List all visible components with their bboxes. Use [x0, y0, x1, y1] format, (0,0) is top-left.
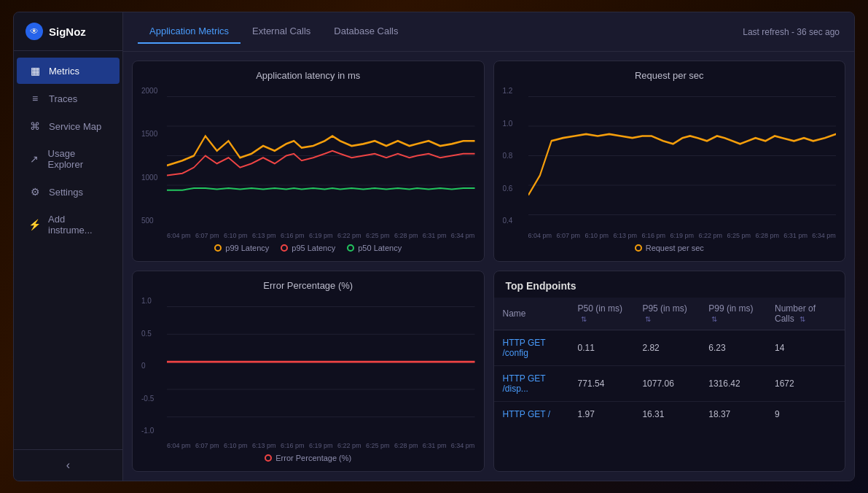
endpoint-calls-1: 1672 — [766, 366, 845, 402]
add-instrument-icon: ⚡ — [28, 219, 41, 230]
table-row: HTTP GET /config 0.11 2.82 6.23 14 — [494, 330, 845, 366]
table-row: HTTP GET /disp... 771.54 1077.06 1316.42… — [494, 366, 845, 402]
latency-chart-card: Application latency in ms 2000 1500 1000… — [132, 61, 485, 262]
request-chart-card: Request per sec 1.2 1.0 0.8 0.6 0.4 — [493, 61, 846, 262]
sidebar-item-add-instrument[interactable]: ⚡ Add instrume... — [17, 206, 120, 243]
sort-icon-p99[interactable]: ⇅ — [711, 315, 717, 323]
endpoints-table: Name P50 (in ms) ⇅ P95 (in ms) ⇅ — [494, 298, 845, 427]
app-container: 👁 SigNoz ▦ Metrics ≡ Traces ⌘ Service Ma… — [13, 12, 855, 481]
request-chart-legend: Request per sec — [503, 244, 837, 252]
main-content: Application Metrics External Calls Datab… — [123, 12, 854, 481]
endpoint-p99-2: 18.37 — [700, 402, 766, 427]
request-y-labels: 1.2 1.0 0.8 0.6 0.4 — [503, 87, 528, 225]
dashboard: Application latency in ms 2000 1500 1000… — [123, 52, 854, 481]
legend-dot-p99 — [214, 244, 222, 252]
legend-p95: p95 Latency — [281, 244, 335, 252]
error-x-labels: 6:04 pm 6:07 pm 6:10 pm 6:13 pm 6:16 pm … — [167, 442, 475, 449]
sidebar-bottom: ‹ — [14, 449, 122, 481]
sidebar-item-usage-explorer[interactable]: ↗ Usage Explorer — [17, 141, 120, 177]
sidebar-logo: 👁 SigNoz — [14, 12, 122, 51]
legend-p99: p99 Latency — [214, 244, 269, 252]
latency-y-labels: 2000 1500 1000 500 — [141, 87, 167, 225]
endpoints-thead: Name P50 (in ms) ⇅ P95 (in ms) ⇅ — [494, 298, 845, 330]
legend-p50: p50 Latency — [347, 244, 402, 252]
endpoint-calls-2: 9 — [766, 402, 845, 427]
endpoint-p50-2: 1.97 — [569, 402, 634, 427]
top-header: Application Metrics External Calls Datab… — [123, 12, 854, 52]
sidebar-nav: ▦ Metrics ≡ Traces ⌘ Service Map ↗ Usage… — [14, 51, 122, 449]
sort-icon-p95[interactable]: ⇅ — [645, 315, 651, 323]
tabs: Application Metrics External Calls Datab… — [138, 20, 410, 44]
request-chart-title: Request per sec — [503, 70, 837, 81]
sidebar-item-service-map[interactable]: ⌘ Service Map — [17, 113, 120, 139]
latency-chart-area: 2000 1500 1000 500 — [141, 87, 475, 239]
sidebar-item-label-add-instrument: Add instrume... — [48, 214, 108, 236]
legend-dot-p50 — [347, 244, 354, 252]
endpoint-name-2: HTTP GET / — [494, 402, 569, 427]
endpoint-p99-0: 6.23 — [700, 330, 766, 366]
endpoint-p95-2: 16.31 — [633, 402, 700, 427]
error-y-labels: 1.0 0.5 0 -0.5 -1.0 — [141, 297, 167, 435]
error-svg-chart — [167, 297, 475, 435]
table-row: HTTP GET / 1.97 16.31 18.37 9 — [494, 402, 845, 427]
metrics-icon: ▦ — [28, 65, 42, 77]
endpoint-p50-0: 0.11 — [569, 330, 634, 366]
sidebar-item-metrics[interactable]: ▦ Metrics — [17, 58, 120, 84]
sidebar-item-settings[interactable]: ⚙ Settings — [17, 179, 120, 205]
col-name: Name — [494, 298, 569, 330]
sidebar-item-label-service-map: Service Map — [49, 121, 101, 132]
col-p99: P99 (in ms) ⇅ — [700, 298, 766, 330]
legend-dot-error — [265, 454, 272, 462]
request-chart-area: 1.2 1.0 0.8 0.6 0.4 — [503, 87, 837, 239]
error-chart-card: Error Percentage (%) 1.0 0.5 0 -0.5 -1.0 — [132, 271, 485, 472]
logo-icon: 👁 — [26, 23, 43, 40]
collapse-button[interactable]: ‹ — [26, 459, 111, 472]
error-chart-title: Error Percentage (%) — [141, 280, 475, 291]
tab-database-calls[interactable]: Database Calls — [322, 20, 410, 44]
legend-dot-request — [635, 244, 642, 252]
col-p95: P95 (in ms) ⇅ — [633, 298, 700, 330]
sidebar-item-label-metrics: Metrics — [49, 66, 79, 77]
latency-x-labels: 6:04 pm 6:07 pm 6:10 pm 6:13 pm 6:16 pm … — [167, 232, 475, 239]
sort-icon-p50[interactable]: ⇅ — [581, 315, 587, 323]
legend-request: Request per sec — [635, 244, 704, 252]
legend-error: Error Percentage (%) — [265, 454, 351, 462]
settings-icon: ⚙ — [28, 186, 42, 198]
sidebar-item-label-settings: Settings — [49, 187, 83, 198]
sidebar-item-traces[interactable]: ≡ Traces — [17, 85, 120, 112]
endpoint-p95-1: 1077.06 — [633, 366, 700, 402]
error-chart-legend: Error Percentage (%) — [141, 454, 475, 462]
endpoint-p99-1: 1316.42 — [700, 366, 766, 402]
refresh-text: Last refresh - 36 sec ago — [743, 27, 840, 37]
latency-chart-legend: p99 Latency p95 Latency p50 Latency — [141, 244, 475, 252]
endpoint-name-0: HTTP GET /config — [494, 330, 569, 366]
sidebar-item-label-usage-explorer: Usage Explorer — [48, 148, 108, 170]
col-p50: P50 (in ms) ⇅ — [569, 298, 634, 330]
endpoint-name-1: HTTP GET /disp... — [494, 366, 569, 402]
sidebar: 👁 SigNoz ▦ Metrics ≡ Traces ⌘ Service Ma… — [14, 12, 123, 481]
logo-text: SigNoz — [49, 26, 86, 38]
col-calls: Number of Calls ⇅ — [766, 298, 845, 330]
tab-application-metrics[interactable]: Application Metrics — [138, 20, 241, 44]
endpoints-tbody: HTTP GET /config 0.11 2.82 6.23 14 HTTP … — [494, 330, 845, 427]
traces-icon: ≡ — [28, 93, 42, 104]
tab-external-calls[interactable]: External Calls — [241, 20, 322, 44]
endpoints-title: Top Endpoints — [494, 271, 845, 298]
sidebar-item-label-traces: Traces — [49, 93, 77, 104]
service-map-icon: ⌘ — [28, 120, 42, 132]
request-svg-chart — [528, 87, 837, 225]
request-x-labels: 6:04 pm 6:07 pm 6:10 pm 6:13 pm 6:16 pm … — [528, 232, 837, 239]
sort-icon-calls[interactable]: ⇅ — [799, 315, 805, 323]
latency-chart-title: Application latency in ms — [141, 70, 475, 81]
error-chart-area: 1.0 0.5 0 -0.5 -1.0 — [141, 297, 475, 449]
endpoint-p50-1: 771.54 — [569, 366, 634, 402]
endpoints-header-row: Name P50 (in ms) ⇅ P95 (in ms) ⇅ — [494, 298, 845, 330]
usage-explorer-icon: ↗ — [28, 153, 41, 165]
legend-dot-p95 — [281, 244, 288, 252]
endpoint-p95-0: 2.82 — [633, 330, 700, 366]
endpoint-calls-0: 14 — [766, 330, 845, 366]
latency-svg-chart — [167, 87, 475, 225]
endpoints-card: Top Endpoints Name P50 (in ms) ⇅ — [493, 271, 846, 472]
